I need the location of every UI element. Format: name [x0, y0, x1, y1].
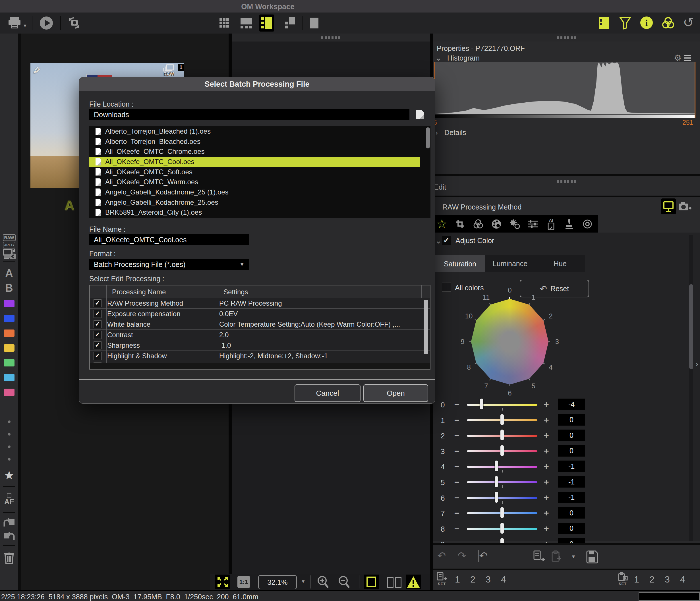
histogram-menu-icon[interactable] — [684, 55, 691, 61]
color-filter-swatch[interactable] — [0, 327, 18, 339]
warning-button[interactable] — [406, 575, 421, 589]
slider-value[interactable]: -1 — [558, 476, 585, 487]
slider-handle[interactable] — [495, 476, 498, 487]
slider-handle[interactable] — [500, 445, 504, 456]
paste-set-icon[interactable]: SET — [617, 572, 628, 586]
processing-row[interactable]: ✓Contrast2.0 — [90, 330, 430, 340]
open-button[interactable]: Open — [364, 384, 428, 402]
slider-value[interactable]: 0 — [558, 414, 585, 426]
copy-set-slot[interactable]: 4 — [501, 574, 506, 585]
tab-saturation[interactable]: Saturation — [435, 255, 485, 272]
slider-plus-button[interactable]: + — [544, 430, 549, 441]
pane-drag-handle[interactable] — [232, 33, 430, 42]
edit-drag-handle[interactable] — [433, 177, 700, 185]
color-filter-swatch[interactable] — [0, 342, 18, 354]
histogram-settings-icon[interactable]: ⚙ — [674, 53, 681, 63]
copy-set-slot[interactable]: 1 — [455, 574, 460, 585]
color-filter-swatch[interactable] — [0, 298, 18, 309]
paste-set-slot[interactable]: 3 — [665, 574, 670, 585]
slider-plus-button[interactable]: + — [544, 461, 549, 472]
histogram-section-header[interactable]: ⌄ Histogram — [435, 54, 480, 62]
slider-handle[interactable] — [500, 430, 504, 441]
label-a-filter[interactable]: A — [0, 266, 18, 280]
file-list-item[interactable]: Ali_OKeefe_OMTC_Warm.oes — [89, 177, 430, 187]
file-location-input[interactable]: Downloads — [89, 109, 409, 120]
single-preview-button[interactable] — [364, 575, 379, 589]
panel-drag-handle[interactable] — [433, 33, 700, 42]
slider-track[interactable] — [467, 481, 538, 483]
paste-dropdown-icon[interactable]: ▼ — [571, 554, 576, 560]
compare-view-button[interactable] — [283, 17, 296, 29]
row-checkbox[interactable]: ✓ — [94, 352, 101, 360]
info-icon[interactable]: i — [640, 17, 653, 29]
slider-handle[interactable] — [500, 523, 504, 534]
camera-processing-icon[interactable] — [678, 201, 692, 212]
slider-plus-button[interactable]: + — [544, 477, 549, 487]
print-dropdown-icon[interactable]: ▼ — [23, 23, 27, 28]
tab-luminance[interactable]: Luminance — [485, 255, 535, 272]
color-circles-icon[interactable] — [661, 17, 675, 30]
processing-row[interactable]: ✓Adjust ColorSaturation(-4,0,0,0,-1,-1,-… — [90, 361, 430, 363]
processing-row[interactable]: ✓Sharpness-1.0 — [90, 340, 430, 351]
slider-value[interactable]: -1 — [558, 492, 585, 503]
slider-minus-button[interactable]: − — [454, 462, 459, 471]
tool-ai-mask[interactable]: AI — [542, 215, 560, 232]
single-view-button[interactable] — [309, 17, 319, 29]
slider-plus-button[interactable]: + — [544, 446, 549, 456]
slider-handle[interactable] — [480, 399, 483, 409]
copy-set-slot[interactable]: 3 — [485, 574, 491, 585]
slider-minus-button[interactable]: − — [454, 493, 459, 503]
grid-view-button[interactable] — [220, 18, 229, 28]
dual-preview-button[interactable] — [387, 577, 401, 588]
panel-toggle-icon[interactable] — [598, 17, 609, 30]
processing-row[interactable]: ✓RAW Processing MethodPC RAW Processing — [90, 298, 430, 309]
table-scrollbar[interactable] — [424, 300, 428, 354]
file-list-item[interactable]: Ali_OKeefe_OMTC_Soft.oes — [89, 167, 430, 177]
save-settings-icon[interactable] — [586, 550, 598, 564]
slider-handle[interactable] — [495, 460, 498, 471]
slider-plus-button[interactable]: + — [544, 493, 549, 503]
copy-set-slot[interactable]: 2 — [470, 574, 475, 585]
slider-handle[interactable] — [500, 507, 504, 518]
slider-value[interactable]: 0 — [558, 538, 585, 543]
all-colors-checkbox[interactable]: ✓ — [442, 282, 451, 292]
tool-rgb-circles[interactable] — [469, 215, 487, 232]
slider-minus-button[interactable]: − — [454, 477, 459, 487]
slider-plus-button[interactable]: + — [544, 415, 549, 425]
tool-gears[interactable] — [505, 215, 524, 232]
tool-crop[interactable] — [451, 215, 469, 232]
file-list-item[interactable]: Ali_OKeefe_OMTC_Chrome.oes — [89, 146, 430, 157]
panel-collapse-handle[interactable]: › — [696, 354, 700, 374]
slider-plus-button[interactable]: + — [544, 539, 549, 543]
slider-handle[interactable] — [500, 414, 504, 425]
compare-monitor-icon[interactable] — [0, 248, 18, 260]
tool-star[interactable]: ☆ — [433, 215, 451, 232]
tab-hue[interactable]: Hue — [535, 255, 585, 272]
processing-row[interactable]: ✓Exposure compensation0.0EV — [90, 309, 430, 319]
processing-row[interactable]: ✓Highlight & ShadowHighlight:-2, Midtone… — [90, 351, 430, 361]
paste-settings-icon[interactable] — [550, 550, 563, 564]
color-filter-swatch[interactable] — [0, 313, 18, 324]
file-name-input[interactable]: Ali_OKeefe_OMTC_Cool.oes — [89, 234, 249, 245]
slider-value[interactable]: -4 — [558, 399, 585, 410]
filter-icon[interactable] — [619, 17, 631, 30]
zoom-dropdown-icon[interactable]: ▼ — [301, 579, 306, 584]
slider-minus-button[interactable]: − — [454, 400, 459, 409]
details-section-header[interactable]: › Details — [435, 128, 466, 137]
adjust-color-checkbox[interactable]: ✓ — [442, 236, 451, 245]
color-filter-swatch[interactable] — [0, 357, 18, 369]
rating-dot[interactable] — [0, 456, 18, 462]
rating-dot[interactable] — [0, 419, 18, 424]
tool-tone-sliders[interactable] — [524, 215, 542, 232]
paste-set-slot[interactable]: 2 — [649, 574, 654, 585]
zoom-in-button[interactable] — [316, 575, 330, 589]
print-button[interactable] — [7, 17, 22, 30]
slider-plus-button[interactable]: + — [544, 523, 549, 534]
reset-edits-icon[interactable]: ↶ — [478, 550, 488, 562]
slider-value[interactable]: 0 — [558, 507, 585, 519]
slider-minus-button[interactable]: − — [454, 431, 459, 441]
slider-minus-button[interactable]: − — [454, 415, 459, 425]
rotate-camera-button[interactable] — [67, 16, 82, 30]
row-checkbox[interactable]: ✓ — [94, 299, 101, 307]
copy-set-icon[interactable]: SET — [436, 572, 448, 586]
